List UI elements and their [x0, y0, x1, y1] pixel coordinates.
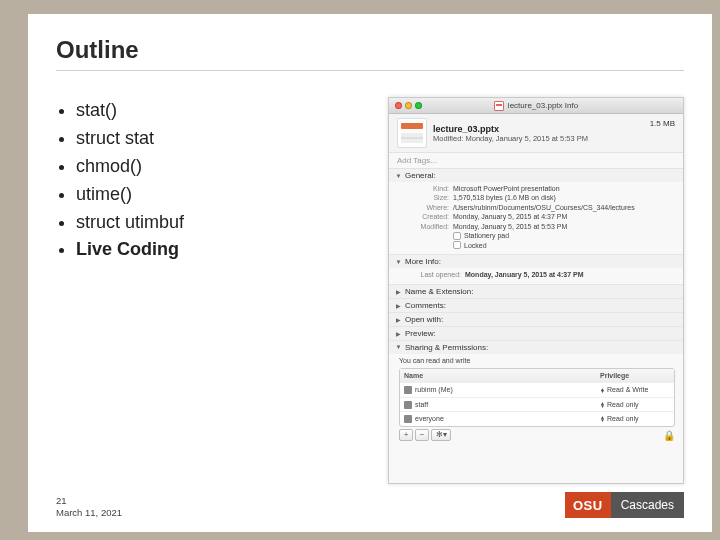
- kv-value: Monday, January 5, 2015 at 5:53 PM: [453, 222, 677, 231]
- bullet-item: struct stat: [76, 125, 376, 153]
- section-open-with: ▶Open with:: [389, 313, 683, 327]
- section-header-sharing[interactable]: ▼Sharing & Permissions:: [389, 341, 683, 354]
- window-title-text: lecture_03.pptx Info: [508, 101, 578, 110]
- disclosure-down-icon: ▼: [395, 259, 402, 265]
- section-comments: ▶Comments:: [389, 299, 683, 313]
- section-more-info: ▼More Info: Last opened:Monday, January …: [389, 255, 683, 284]
- perm-name: everyone: [415, 414, 444, 423]
- checkbox[interactable]: [453, 232, 461, 240]
- divider: [56, 70, 684, 71]
- section-label: More Info:: [405, 257, 441, 266]
- permissions-controls: + − ✻▾ 🔒: [399, 429, 675, 443]
- checkbox-label: Locked: [464, 241, 487, 250]
- section-preview: ▶Preview:: [389, 327, 683, 341]
- file-preview-icon: [397, 118, 427, 148]
- footer-date: March 11, 2021: [56, 507, 122, 518]
- file-name: lecture_03.pptx: [433, 124, 644, 134]
- table-header-row: Name Privilege: [400, 369, 674, 383]
- kv-value: 1,570,518 bytes (1.6 MB on disk): [453, 193, 677, 202]
- kv-key: Created:: [405, 212, 449, 221]
- file-meta: lecture_03.pptx Modified: Monday, Januar…: [433, 124, 644, 143]
- perm-name: staff: [415, 400, 428, 409]
- col-privilege: Privilege: [600, 371, 670, 380]
- section-body: Kind:Microsoft PowerPoint presentation S…: [389, 182, 683, 254]
- logo-cascades: Cascades: [611, 492, 684, 518]
- stepper-icon[interactable]: ▲▼: [600, 402, 605, 407]
- section-label: Open with:: [405, 315, 443, 324]
- disclosure-right-icon: ▶: [395, 330, 402, 337]
- disclosure-right-icon: ▶: [395, 316, 402, 323]
- section-name-extension: ▶Name & Extension:: [389, 285, 683, 299]
- section-general: ▼General: Kind:Microsoft PowerPoint pres…: [389, 169, 683, 255]
- perm-priv: Read & Write: [607, 385, 649, 394]
- section-header[interactable]: ▶Preview:: [389, 327, 683, 340]
- kv-key: Modified:: [405, 222, 449, 231]
- stepper-icon[interactable]: ▲▼: [600, 388, 605, 393]
- table-row[interactable]: staff ▲▼Read only: [400, 398, 674, 412]
- checkbox-label: Stationery pad: [464, 231, 509, 240]
- footer-meta: 21 March 11, 2021: [56, 495, 122, 518]
- bullet-list: stat() struct stat chmod() utime() struc…: [56, 97, 376, 484]
- table-row[interactable]: rubinm (Me) ▲▼Read & Write: [400, 383, 674, 397]
- checkbox[interactable]: [453, 241, 461, 249]
- table-row[interactable]: everyone ▲▼Read only: [400, 412, 674, 425]
- kv-value: /Users/rubinm/Documents/OSU_Courses/CS_3…: [453, 203, 677, 212]
- osu-cascades-logo: OSU Cascades: [565, 492, 684, 518]
- add-tags-field[interactable]: Add Tags...: [389, 152, 683, 169]
- section-label: General:: [405, 171, 436, 180]
- slide-title: Outline: [56, 36, 684, 64]
- content-area: stat() struct stat chmod() utime() struc…: [56, 97, 684, 484]
- disclosure-right-icon: ▶: [395, 302, 402, 309]
- add-button[interactable]: +: [399, 429, 413, 441]
- perm-priv: Read only: [607, 414, 639, 423]
- action-menu-button[interactable]: ✻▾: [431, 429, 451, 441]
- slide-footer: 21 March 11, 2021 OSU Cascades: [56, 492, 684, 518]
- remove-button[interactable]: −: [415, 429, 429, 441]
- perm-priv: Read only: [607, 400, 639, 409]
- disclosure-down-icon: ▼: [395, 173, 402, 179]
- section-header-more-info[interactable]: ▼More Info:: [389, 255, 683, 268]
- file-header: lecture_03.pptx Modified: Monday, Januar…: [389, 114, 683, 152]
- section-label: Preview:: [405, 329, 436, 338]
- bullet-item: Live Coding: [76, 236, 376, 264]
- section-label: Comments:: [405, 301, 446, 310]
- slide: Outline stat() struct stat chmod() utime…: [28, 14, 712, 532]
- section-sharing-permissions: ▼Sharing & Permissions: You can read and…: [389, 341, 683, 451]
- col-name: Name: [404, 371, 597, 380]
- bullet-item: stat(): [76, 97, 376, 125]
- bullet-item: chmod(): [76, 153, 376, 181]
- document-icon: [494, 101, 504, 111]
- permissions-table: Name Privilege rubinm (Me) ▲▼Read & Writ…: [399, 368, 675, 427]
- kv-value: Microsoft PowerPoint presentation: [453, 184, 677, 193]
- section-header[interactable]: ▶Name & Extension:: [389, 285, 683, 298]
- section-body: You can read and write Name Privilege ru…: [389, 354, 683, 447]
- disclosure-down-icon: ▼: [395, 344, 402, 350]
- logo-osu: OSU: [565, 492, 611, 518]
- bullet-item: struct utimbuf: [76, 209, 376, 237]
- kv-key: Size:: [405, 193, 449, 202]
- lock-icon[interactable]: 🔒: [663, 429, 675, 443]
- perm-name: rubinm (Me): [415, 385, 453, 394]
- section-header-general[interactable]: ▼General:: [389, 169, 683, 182]
- file-size: 1.5 MB: [650, 119, 675, 128]
- permission-summary: You can read and write: [399, 356, 675, 365]
- window-title: lecture_03.pptx Info: [389, 101, 683, 111]
- kv-value: Monday, January 5, 2015 at 4:37 PM: [465, 270, 677, 279]
- stepper-icon[interactable]: ▲▼: [600, 416, 605, 421]
- section-body: Last opened:Monday, January 5, 2015 at 4…: [389, 268, 683, 283]
- group-icon: [404, 401, 412, 409]
- page-number: 21: [56, 495, 122, 506]
- kv-value: Monday, January 5, 2015 at 4:37 PM: [453, 212, 677, 221]
- section-label: Sharing & Permissions:: [405, 343, 488, 352]
- section-header[interactable]: ▶Open with:: [389, 313, 683, 326]
- kv-key: Kind:: [405, 184, 449, 193]
- file-modified: Modified: Monday, January 5, 2015 at 5:5…: [433, 134, 644, 143]
- kv-key: Last opened:: [405, 270, 461, 279]
- window-titlebar[interactable]: lecture_03.pptx Info: [389, 98, 683, 114]
- user-icon: [404, 386, 412, 394]
- everyone-icon: [404, 415, 412, 423]
- disclosure-right-icon: ▶: [395, 288, 402, 295]
- kv-key: Where:: [405, 203, 449, 212]
- section-header[interactable]: ▶Comments:: [389, 299, 683, 312]
- section-label: Name & Extension:: [405, 287, 473, 296]
